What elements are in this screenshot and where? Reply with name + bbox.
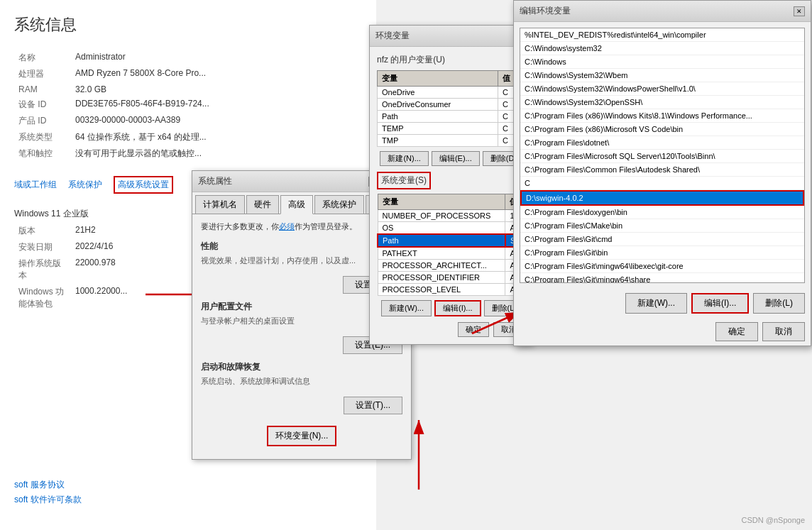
- editenv-item-4[interactable]: C:\Windows\System32\WindowsPowerShell\v1…: [520, 82, 804, 96]
- editenv-item-14[interactable]: C:\Program Files\CMake\bin: [520, 219, 804, 233]
- sysprop-title: 系统属性: [198, 175, 232, 187]
- user-var-row[interactable]: TEMP C: [378, 123, 525, 135]
- editenv-item-16[interactable]: C:\Program Files\Git\bin: [520, 246, 804, 260]
- tab-sysprotect[interactable]: 系统保护: [314, 195, 364, 214]
- sys-var-name: NUMBER_OF_PROCESSORS: [378, 210, 505, 222]
- editenv-item-11[interactable]: C: [520, 177, 804, 190]
- productid-value: 00329-00000-00003-AA389: [71, 113, 362, 129]
- name-label: 名称: [14, 50, 71, 66]
- sys-var-row[interactable]: PROCESSOR_ARCHITECT... A: [378, 260, 524, 272]
- editenv-cancel-btn[interactable]: 取消: [762, 322, 805, 341]
- editenv-titlebar: 编辑环境变量 ✕: [514, 1, 811, 22]
- pen-value: 没有可用于此显示器的笔或触控...: [71, 145, 362, 162]
- user-vars-btn-row: 新建(N)... 编辑(E)... 删除(D): [377, 151, 525, 166]
- user-var-name: TEMP: [378, 123, 498, 135]
- type-label: 系统类型: [14, 129, 71, 145]
- startup-title: 启动和故障恢复: [201, 361, 402, 373]
- user-var-name: Path: [378, 111, 498, 123]
- sys-var-row[interactable]: PROCESSOR_IDENTIFIER A: [378, 272, 524, 284]
- user-var-row[interactable]: Path C: [378, 111, 525, 123]
- tab-advanced[interactable]: 高级: [280, 195, 313, 214]
- editenv-item-12[interactable]: D:\swigwin-4.0.2: [520, 190, 804, 206]
- editenv-item-8[interactable]: C:\Program Files\dotnet\: [520, 136, 804, 150]
- type-value: 64 位操作系统，基于 x64 的处理...: [71, 129, 362, 145]
- user-edit-btn[interactable]: 编辑(E)...: [432, 151, 480, 166]
- startup-settings-btn[interactable]: 设置(T)...: [344, 397, 402, 414]
- user-var-name: OneDrive: [378, 87, 498, 99]
- sys-vars-label: 系统变量(S): [377, 172, 431, 189]
- editenv-close-btn[interactable]: ✕: [794, 6, 805, 16]
- editenv-item-5[interactable]: C:\Windows\System32\OpenSSH\: [520, 96, 804, 109]
- editenv-item-2[interactable]: C:\Windows: [520, 55, 804, 69]
- editenv-dialog: 编辑环境变量 ✕ %INTEL_DEV_REDIST%redist\intel6…: [513, 0, 811, 346]
- sys-var-path-name: Path: [378, 234, 505, 247]
- editenv-list[interactable]: %INTEL_DEV_REDIST%redist\intel64_win\com…: [520, 28, 805, 283]
- productid-label: 产品 ID: [14, 113, 71, 129]
- sys-var-name: OS: [378, 222, 505, 235]
- editenv-new-btn[interactable]: 新建(W)...: [625, 293, 687, 314]
- sys-new-btn[interactable]: 新建(W)...: [381, 300, 432, 316]
- sysinfo-table: 名称 Administrator 处理器 AMD Ryzen 7 5800X 8…: [14, 50, 362, 162]
- deviceid-label: 设备 ID: [14, 96, 71, 113]
- sys-var-path-row[interactable]: Path S: [378, 234, 524, 247]
- user-var-row[interactable]: TMP C: [378, 135, 525, 147]
- sys-var-row[interactable]: NUMBER_OF_PROCESSORS 1: [378, 210, 524, 222]
- envvars-ok-btn[interactable]: 确定: [458, 322, 489, 337]
- ms-service-link[interactable]: soft 服务协议: [14, 479, 82, 491]
- envvars-titlebar: 环境变量 ✕: [370, 26, 532, 47]
- sys-var-name: PROCESSOR_IDENTIFIER: [378, 272, 505, 284]
- nav-sysprotect[interactable]: 系统保护: [68, 179, 102, 191]
- editenv-item-15[interactable]: C:\Program Files\Git\cmd: [520, 233, 804, 246]
- ram-label: RAM: [14, 82, 71, 96]
- startup-desc: 系统启动、系统故障和调试信息: [201, 376, 402, 387]
- ms-license-link[interactable]: soft 软件许可条款: [14, 494, 82, 506]
- editenv-item-10[interactable]: C:\Program Files\Common Files\Autodesk S…: [520, 163, 804, 177]
- nav-domain[interactable]: 域或工作组: [14, 179, 57, 191]
- editenv-btn-area: 新建(W)... 编辑(I)... 删除(L): [514, 289, 811, 318]
- editenv-ok-cancel: 确定 取消: [520, 322, 805, 341]
- editenv-item-18[interactable]: C:\Program Files\Git\mingw64\share: [520, 273, 804, 283]
- editenv-edit-btn[interactable]: 编辑(I)...: [691, 293, 749, 314]
- editenv-item-1[interactable]: C:\Windows\system32: [520, 42, 804, 55]
- editenv-title: 编辑环境变量: [520, 5, 571, 17]
- editenv-delete-btn[interactable]: 删除(L): [753, 293, 805, 314]
- editenv-item-9[interactable]: C:\Program Files\Microsoft SQL Server\12…: [520, 150, 804, 163]
- envvars-ok-cancel: 确定 取消: [377, 322, 525, 337]
- user-var-row[interactable]: OneDriveConsumer C: [378, 99, 525, 111]
- editenv-item-17[interactable]: C:\Program Files\Git\mingw64\libexec\git…: [520, 260, 804, 273]
- tab-computer-name[interactable]: 计算机名: [195, 195, 245, 214]
- pen-label: 笔和触控: [14, 145, 71, 162]
- version-label: 版本: [14, 223, 71, 239]
- tab-hardware[interactable]: 硬件: [246, 195, 279, 214]
- editenv-item-7[interactable]: C:\Program Files (x86)\Microsoft VS Code…: [520, 123, 804, 136]
- sys-var-name: PATHEXT: [378, 247, 505, 260]
- proc-value: AMD Ryzen 7 5800X 8-Core Pro...: [71, 66, 362, 82]
- sysinfo-title: 系统信息: [14, 14, 362, 35]
- startup-btn-row: 设置(T)...: [201, 397, 402, 414]
- sys-var-row[interactable]: OS A: [378, 222, 524, 235]
- envvars-dialog: 环境变量 ✕ nfz 的用户变量(U) 变量 值 OneDrive C OneD…: [369, 25, 532, 345]
- install-date-label: 安装日期: [14, 239, 71, 255]
- sys-edit-btn[interactable]: 编辑(I)...: [434, 300, 481, 316]
- user-var-row[interactable]: OneDrive C: [378, 87, 525, 99]
- envvars-title: 环境变量: [375, 30, 410, 42]
- user-var-name: TMP: [378, 135, 498, 147]
- csdn-watermark: CSDN @nSponge: [742, 516, 805, 524]
- env-btn-container: 环境变量(N)...: [201, 426, 402, 446]
- env-vars-button[interactable]: 环境变量(N)...: [267, 426, 337, 446]
- user-new-btn[interactable]: 新建(N)...: [380, 151, 428, 166]
- editenv-item-3[interactable]: C:\Windows\System32\Wbem: [520, 69, 804, 82]
- experience-label: Windows 功能体验包: [14, 284, 71, 312]
- sys-var-row[interactable]: PATHEXT A: [378, 247, 524, 260]
- editenv-item-6[interactable]: C:\Program Files (x86)\Windows Kits\8.1\…: [520, 109, 804, 123]
- user-vars-table: 变量 值 OneDrive C OneDriveConsumer C Path …: [377, 70, 525, 147]
- sys-var-row[interactable]: PROCESSOR_LEVEL A: [378, 284, 524, 296]
- user-col-var: 变量: [378, 71, 498, 87]
- nav-advanced-settings[interactable]: 高级系统设置: [114, 176, 173, 194]
- editenv-item-13[interactable]: C:\Program Files\doxygen\bin: [520, 206, 804, 219]
- user-vars-label: nfz 的用户变量(U): [377, 54, 525, 66]
- ram-value: 32.0 GB: [71, 82, 362, 96]
- os-version-label: 操作系统版本: [14, 255, 71, 284]
- editenv-item-0[interactable]: %INTEL_DEV_REDIST%redist\intel64_win\com…: [520, 28, 804, 42]
- editenv-ok-btn[interactable]: 确定: [715, 322, 758, 341]
